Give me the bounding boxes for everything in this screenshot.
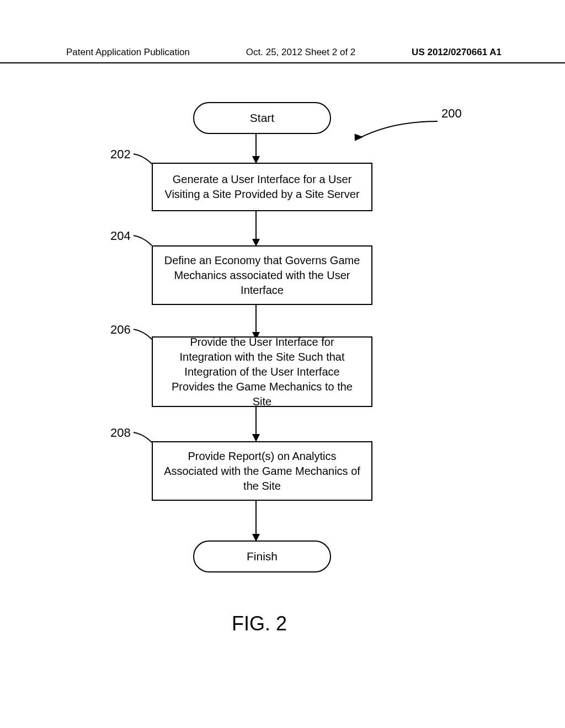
lead-line-204: [132, 234, 160, 251]
figure-caption: FIG. 2: [232, 612, 287, 635]
finish-terminator: Finish: [193, 540, 331, 572]
step3-text: Provide the User Interface for Integrati…: [163, 335, 361, 409]
arrow-step1-step2: [255, 211, 257, 241]
start-label: Start: [250, 111, 274, 125]
arrow-step3-step4: [255, 407, 257, 437]
arrow-step4-finish: [255, 501, 257, 536]
step2-text: Define an Economy that Governs Game Mech…: [163, 253, 361, 298]
lead-line-202: [132, 153, 160, 169]
ref-202: 202: [110, 147, 131, 162]
page-header: Patent Application Publication Oct. 25, …: [0, 0, 565, 63]
arrow-start-step1: [255, 134, 257, 158]
start-terminator: Start: [193, 102, 331, 134]
header-center-text: Oct. 25, 2012 Sheet 2 of 2: [246, 47, 355, 58]
lead-line-208: [132, 431, 160, 448]
ref-200: 200: [441, 106, 462, 121]
ref-206: 206: [110, 323, 131, 337]
flowchart-diagram: Start 200 Generate a User Interface for …: [0, 97, 565, 676]
process-step-4: Provide Report(s) on Analytics Associate…: [152, 441, 372, 501]
process-step-3: Provide the User Interface for Integrati…: [152, 336, 372, 407]
header-left-text: Patent Application Publication: [66, 47, 190, 58]
process-step-1: Generate a User Interface for a User Vis…: [152, 163, 372, 211]
header-right-text: US 2012/0270661 A1: [412, 47, 502, 58]
arrow-step2-step3: [255, 305, 257, 335]
arrow-head-step3-step4: [252, 434, 260, 442]
process-step-2: Define an Economy that Governs Game Mech…: [152, 245, 372, 305]
lead-line-200: [335, 116, 440, 143]
step4-text: Provide Report(s) on Analytics Associate…: [163, 449, 361, 494]
lead-line-206: [132, 328, 160, 345]
ref-204: 204: [110, 229, 131, 243]
ref-208: 208: [110, 426, 131, 440]
step1-text: Generate a User Interface for a User Vis…: [163, 172, 361, 202]
finish-label: Finish: [247, 550, 278, 563]
